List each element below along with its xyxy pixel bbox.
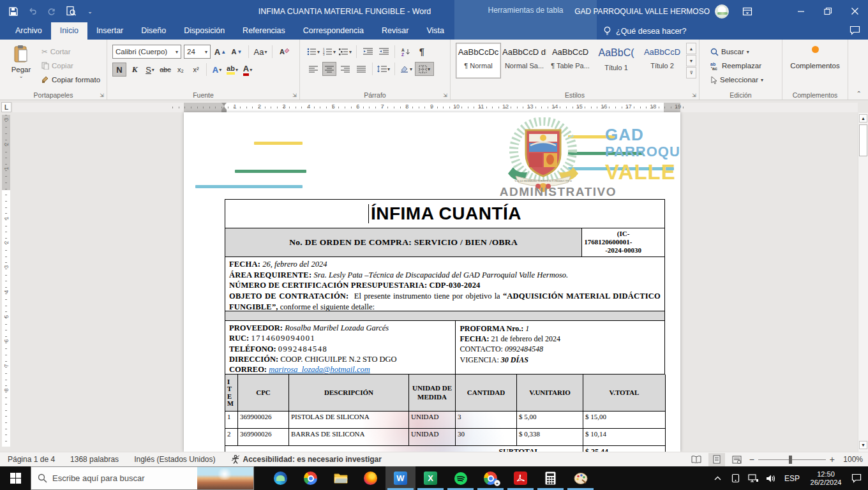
items-cell-r1-c3[interactable]: UNIDAD — [409, 429, 456, 446]
items-cell-r1-c0[interactable]: 2 — [225, 429, 238, 446]
print-preview-icon[interactable] — [63, 3, 79, 20]
borders-button[interactable]: ▾ — [415, 62, 434, 76]
paste-dropdown-arrow[interactable]: ⌄ — [6, 73, 36, 79]
replace-button[interactable]: abac Reemplazar — [708, 59, 765, 73]
redo-icon[interactable] — [43, 3, 60, 20]
underline-button[interactable]: S▾ — [143, 63, 157, 77]
cut-button[interactable]: ✂Cortar — [40, 45, 102, 59]
taskbar-file-explorer-icon[interactable] — [326, 466, 355, 490]
zoom-slider[interactable] — [758, 453, 826, 466]
account-area[interactable]: GAD PARROQUIAL VALLE HERMOSO — [574, 0, 729, 22]
select-button[interactable]: Seleccionar▾ — [708, 73, 765, 87]
tab-inicio[interactable]: Inicio — [51, 22, 87, 40]
tray-tablet-mode-icon[interactable] — [728, 466, 743, 490]
taskbar-firefox-icon[interactable] — [355, 466, 385, 490]
align-right-button[interactable] — [338, 62, 352, 76]
page-indicator[interactable]: Página 1 de 4 — [0, 455, 63, 464]
bold-button[interactable]: N — [112, 63, 126, 77]
subscript-button[interactable]: x₂ — [174, 63, 188, 77]
decrease-indent-button[interactable] — [361, 45, 375, 59]
read-mode-button[interactable] — [688, 453, 705, 466]
show-paragraph-marks-button[interactable]: ¶ — [415, 45, 429, 59]
document-table[interactable]: ÍNFIMA CUANTÍA No. DE ORDEN DE COMPRA: S… — [225, 199, 665, 452]
taskbar-search-input[interactable]: Escribe aquí para buscar — [31, 466, 254, 490]
tab-referencias[interactable]: Referencias — [234, 22, 294, 40]
print-layout-button[interactable] — [708, 453, 725, 466]
items-cell-r0-c0[interactable]: 1 — [225, 412, 238, 429]
save-icon[interactable] — [5, 3, 22, 20]
tab-stop-selector[interactable]: L — [1, 102, 11, 112]
tray-language-indicator[interactable]: ESP — [781, 474, 803, 483]
styles-dialog-launcher[interactable]: ⇲ — [691, 91, 698, 98]
taskbar-acrobat-icon[interactable] — [505, 466, 535, 490]
action-center-icon[interactable] — [849, 466, 864, 490]
paste-button[interactable]: Pegar ⌄ — [6, 45, 36, 79]
taskbar-spotify-icon[interactable] — [445, 466, 475, 490]
grow-font-button[interactable]: A▲ — [213, 45, 227, 59]
tray-volume-icon[interactable] — [763, 466, 779, 490]
feedback-icon[interactable] — [849, 26, 860, 37]
avatar[interactable] — [715, 4, 729, 19]
copy-button[interactable]: Copiar — [40, 59, 102, 73]
clipboard-dialog-launcher[interactable]: ⇲ — [98, 91, 105, 98]
items-cell-r0-c6[interactable]: $ 15,00 — [583, 412, 666, 429]
vertical-ruler[interactable]: 32112345678 — [2, 115, 10, 447]
accessibility-status[interactable]: Accesibilidad: es necesario investigar — [223, 455, 389, 464]
shrink-font-button[interactable]: A▼ — [230, 45, 244, 59]
minimize-button[interactable] — [788, 0, 814, 22]
justify-button[interactable] — [354, 62, 368, 76]
shading-button[interactable]: ▾ — [399, 62, 413, 76]
highlight-button[interactable]: ab▾ — [225, 63, 239, 77]
zoom-out-button[interactable]: − — [749, 454, 754, 464]
style-card-4[interactable]: AaBbCcDTítulo 2 — [640, 43, 685, 78]
items-cell-r0-c4[interactable]: 3 — [456, 412, 517, 429]
document-page[interactable]: VALLE HERMOSO TURISTICO Y PRODUCTIVO GAD… — [184, 112, 680, 452]
align-center-button[interactable] — [322, 62, 336, 76]
vertical-scrollbar[interactable]: ▲ ▼ — [858, 113, 868, 452]
font-size-combobox[interactable]: 24▾ — [184, 45, 211, 59]
language-indicator[interactable]: Inglés (Estados Unidos) — [126, 455, 223, 464]
font-color-button[interactable]: A▾ — [241, 63, 255, 77]
bullet-list-button[interactable]: ▾ — [306, 45, 320, 59]
undo-icon[interactable] — [24, 3, 41, 20]
styles-scroll-down[interactable]: ▼ — [686, 55, 696, 66]
taskbar-calculator-icon[interactable] — [535, 466, 565, 490]
tab-archivo[interactable]: Archivo — [6, 22, 51, 40]
close-button[interactable] — [841, 0, 868, 22]
style-card-2[interactable]: AaBbCcD¶ Table Pa... — [548, 43, 593, 78]
scrollbar-thumb[interactable] — [859, 124, 867, 156]
styles-gallery-more[interactable]: ⊽ — [686, 67, 696, 78]
taskbar-chrome-icon[interactable] — [296, 466, 326, 490]
multilevel-list-button[interactable]: ▾ — [338, 45, 352, 59]
tab-revisar[interactable]: Revisar — [373, 22, 417, 40]
tray-network-icon[interactable] — [745, 466, 761, 490]
scroll-up-button[interactable]: ▲ — [859, 114, 867, 122]
text-effects-button[interactable]: A▾ — [210, 63, 224, 77]
italic-button[interactable]: K — [128, 63, 142, 77]
word-count[interactable]: 1368 palabras — [63, 455, 126, 464]
paragraph-dialog-launcher[interactable]: ⇲ — [442, 91, 449, 98]
superscript-button[interactable]: x² — [189, 63, 203, 77]
tray-clock[interactable]: 12:50 26/2/2024 — [805, 470, 846, 487]
collapse-ribbon-button[interactable]: ⌃ — [857, 90, 862, 97]
customize-qat-icon[interactable]: ⌄ — [82, 3, 98, 20]
items-cell-r1-c1[interactable]: 369900026 — [238, 429, 289, 446]
tell-me-box[interactable]: ¿Qué desea hacer? — [603, 22, 687, 40]
web-layout-button[interactable] — [729, 453, 745, 466]
sort-button[interactable]: AZ — [399, 45, 413, 59]
style-card-1[interactable]: AaBbCcD dENormal Sa... — [502, 43, 547, 78]
align-left-button[interactable] — [306, 62, 320, 76]
items-cell-r1-c2[interactable]: BARRAS DE SILICONA — [289, 429, 409, 446]
email-link[interactable]: marirosa_lozada@hotmail.com — [269, 365, 370, 374]
horizontal-ruler[interactable]: 12345678910111213141516171819 — [13, 103, 858, 112]
line-spacing-button[interactable]: ▾ — [377, 62, 391, 76]
font-dialog-launcher[interactable]: ⇲ — [291, 91, 298, 98]
strikethrough-button[interactable]: abc — [158, 63, 172, 77]
items-cell-r0-c3[interactable]: UNIDAD — [409, 412, 456, 429]
scroll-down-button[interactable]: ▼ — [859, 441, 867, 449]
tab-vista[interactable]: Vista — [417, 22, 453, 40]
taskbar-word-icon[interactable]: W — [385, 466, 415, 490]
tab-correspondencia[interactable]: Correspondencia — [294, 22, 373, 40]
numbered-list-button[interactable]: 123▾ — [322, 45, 336, 59]
font-name-combobox[interactable]: Calibri (Cuerpo)▾ — [112, 45, 181, 59]
